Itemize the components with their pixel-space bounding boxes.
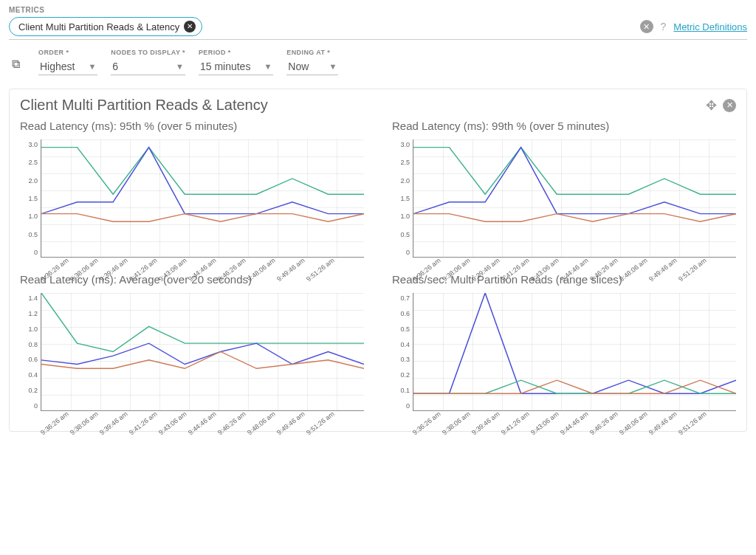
series-line: [413, 293, 736, 393]
section-label: METRICS: [9, 6, 747, 14]
y-tick: 0.6: [400, 310, 410, 317]
y-tick: 3.0: [28, 141, 38, 148]
x-tick: 9:41:26 am: [500, 413, 526, 436]
x-tick: 9:49:46 am: [275, 413, 302, 436]
period-label: PERIOD *: [199, 49, 273, 56]
y-tick: 0: [406, 402, 410, 410]
y-tick: 0.4: [400, 341, 410, 348]
x-axis: 9:36:26 am9:38:06 am9:39:46 am9:41:26 am…: [405, 411, 736, 421]
y-tick: 1.4: [28, 294, 38, 302]
metric-card: Client Multi Partition Reads & Latency ✥…: [9, 89, 747, 432]
y-tick: 0.6: [28, 356, 38, 363]
plot-area[interactable]: [41, 139, 364, 258]
plot-area[interactable]: [413, 293, 736, 411]
caret-down-icon: ▼: [329, 62, 337, 71]
period-value: 15 minutes: [200, 61, 250, 72]
plot-column: 9:36:26 am9:38:06 am9:39:46 am9:41:26 am…: [41, 139, 364, 267]
x-tick: 9:43:06 am: [529, 413, 556, 436]
period-control: PERIOD * 15 minutes ▼: [199, 49, 273, 75]
x-axis: 9:36:26 am9:38:06 am9:39:46 am9:41:26 am…: [405, 258, 736, 267]
y-tick: 1.0: [400, 213, 410, 220]
plot-area[interactable]: [413, 139, 736, 258]
chart-cell: Reads/sec: Multi Partition Reads (range …: [392, 273, 736, 421]
x-tick: 9:44:46 am: [559, 413, 585, 436]
help-icon[interactable]: ?: [661, 21, 667, 32]
metric-chip-label: Client Multi Partition Reads & Latency: [18, 21, 179, 32]
chart-cell: Read Latency (ms): 99th % (over 5 minute…: [392, 120, 736, 267]
y-tick: 0.8: [28, 341, 38, 348]
x-tick: 9:49:46 am: [647, 413, 674, 436]
series-line: [41, 352, 364, 369]
nodes-select[interactable]: 6 ▼: [111, 58, 185, 75]
order-label: ORDER *: [38, 49, 97, 56]
x-tick: 9:46:26 am: [588, 413, 615, 436]
clear-filters-icon[interactable]: ✕: [640, 20, 653, 33]
y-tick: 3.0: [400, 141, 410, 148]
controls-row: ⧉ ORDER * Highest ▼ NODES TO DISPLAY * 6…: [9, 49, 747, 75]
chart-svg: [41, 139, 364, 257]
metric-chip[interactable]: Client Multi Partition Reads & Latency ✕: [9, 17, 202, 36]
plot-column: 9:36:26 am9:38:06 am9:39:46 am9:41:26 am…: [413, 293, 736, 421]
y-axis: 1.41.21.00.80.60.40.20: [20, 293, 41, 420]
x-axis: 9:36:26 am9:38:06 am9:39:46 am9:41:26 am…: [33, 411, 364, 421]
ending-value: Now: [288, 61, 309, 72]
y-tick: 0.2: [28, 387, 38, 394]
y-tick: 0: [406, 249, 410, 256]
chart-cell: Read Latency (ms): 95th % (over 5 minute…: [20, 120, 364, 267]
x-tick: 9:48:06 am: [246, 413, 272, 436]
card-close-icon[interactable]: ✕: [723, 99, 736, 112]
series-line: [413, 148, 736, 195]
order-select[interactable]: Highest ▼: [38, 58, 97, 75]
chart-wrap: 0.70.60.50.40.30.20.109:36:26 am9:38:06 …: [392, 293, 736, 421]
y-tick: 0.4: [28, 371, 38, 379]
copy-icon[interactable]: ⧉: [12, 58, 25, 71]
plot-area[interactable]: [41, 293, 364, 411]
chart-wrap: 1.41.21.00.80.60.40.209:36:26 am9:38:06 …: [20, 293, 364, 421]
x-tick: 9:36:26 am: [411, 413, 438, 436]
ending-select[interactable]: Now ▼: [286, 58, 338, 75]
card-title: Client Multi Partition Reads & Latency: [20, 97, 700, 114]
series-line: [41, 214, 364, 222]
y-tick: 0.1: [400, 387, 410, 394]
y-tick: 1.5: [400, 195, 410, 202]
x-tick: 9:51:26 am: [677, 413, 704, 436]
nodes-value: 6: [112, 61, 118, 72]
y-tick: 0.5: [400, 231, 410, 238]
period-select[interactable]: 15 minutes ▼: [199, 58, 273, 75]
x-tick: 9:39:46 am: [470, 413, 497, 436]
y-tick: 0.5: [28, 231, 38, 238]
nodes-label: NODES TO DISPLAY *: [111, 49, 185, 56]
y-tick: 2.5: [28, 159, 38, 166]
x-tick: 9:41:26 am: [128, 413, 154, 436]
y-axis: 0.70.60.50.40.30.20.10: [392, 293, 413, 420]
chart-svg: [413, 139, 736, 257]
chart-svg: [41, 293, 364, 410]
chip-remove-icon[interactable]: ✕: [184, 21, 196, 32]
x-tick: 9:39:46 am: [98, 413, 125, 436]
ending-control: ENDING AT * Now ▼: [286, 49, 338, 75]
y-tick: 1.2: [28, 310, 38, 317]
y-axis: 3.02.52.01.51.00.50: [392, 139, 413, 266]
order-value: Highest: [40, 61, 75, 72]
order-control: ORDER * Highest ▼: [38, 49, 97, 75]
caret-down-icon: ▼: [88, 62, 96, 71]
y-tick: 2.0: [400, 177, 410, 185]
x-tick: 9:38:06 am: [69, 413, 95, 436]
y-tick: 1.0: [28, 325, 38, 333]
ending-label: ENDING AT *: [286, 49, 338, 56]
series-line: [413, 148, 736, 214]
filter-right: ✕ ? Metric Definitions: [640, 20, 748, 33]
y-axis: 3.02.52.01.51.00.50: [20, 139, 41, 266]
x-tick: 9:48:06 am: [618, 413, 645, 436]
chart-svg: [413, 293, 736, 410]
chart-title: Read Latency (ms): 99th % (over 5 minute…: [392, 120, 736, 132]
chart-wrap: 3.02.52.01.51.00.509:36:26 am9:38:06 am9…: [20, 139, 364, 267]
y-tick: 0: [34, 402, 38, 410]
series-line: [413, 380, 736, 393]
move-icon[interactable]: ✥: [706, 97, 717, 114]
metric-definitions-link[interactable]: Metric Definitions: [673, 21, 747, 32]
filter-row: Client Multi Partition Reads & Latency ✕…: [9, 17, 747, 40]
chart-cell: Read Latency (ms): Average (over 20 seco…: [20, 273, 364, 421]
y-tick: 2.0: [28, 177, 38, 185]
series-line: [41, 148, 364, 195]
